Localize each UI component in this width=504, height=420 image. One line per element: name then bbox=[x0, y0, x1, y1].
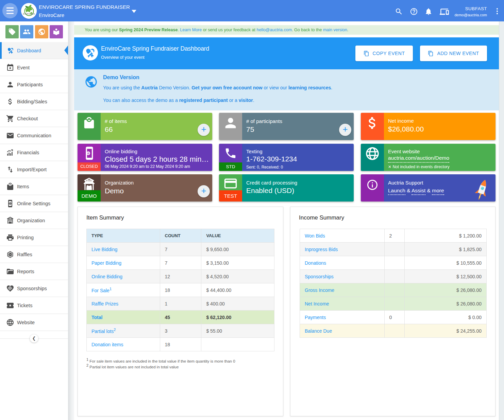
svg-text:EnviroCare: EnviroCare bbox=[23, 13, 35, 15]
